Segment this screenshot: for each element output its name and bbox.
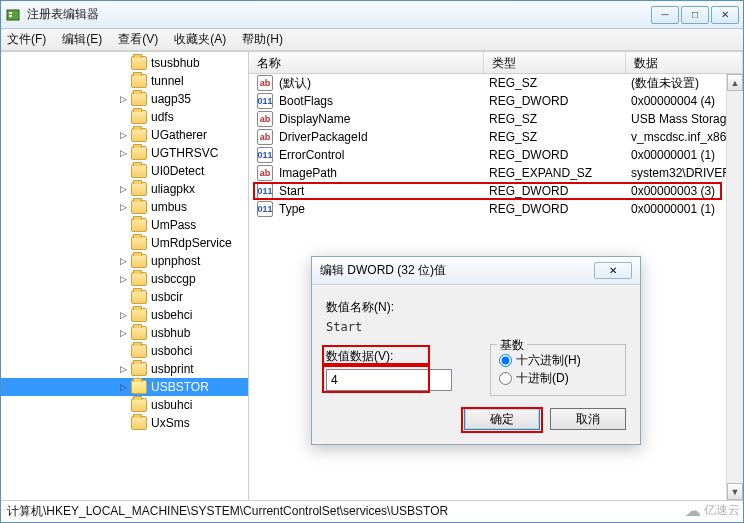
tree-item-usbccgp[interactable]: ▷usbccgp (1, 270, 248, 288)
tree-item-uagp35[interactable]: ▷uagp35 (1, 90, 248, 108)
expand-icon[interactable]: ▷ (117, 147, 129, 159)
tree-item-UGTHRSVC[interactable]: ▷UGTHRSVC (1, 144, 248, 162)
menu-view[interactable]: 查看(V) (118, 31, 158, 48)
folder-icon (131, 128, 147, 142)
dialog-close-button[interactable]: ✕ (594, 262, 632, 279)
expand-icon[interactable]: ▷ (117, 273, 129, 285)
radix-hex-radio[interactable] (499, 354, 512, 367)
tree-item-label: tunnel (151, 74, 184, 88)
expand-icon[interactable]: ▷ (117, 309, 129, 321)
menu-help[interactable]: 帮助(H) (242, 31, 283, 48)
menu-file[interactable]: 文件(F) (7, 31, 46, 48)
dword-value-icon: 011 (257, 183, 273, 199)
tree-item-usbehci[interactable]: ▷usbehci (1, 306, 248, 324)
tree-item-upnphost[interactable]: ▷upnphost (1, 252, 248, 270)
tree-item-label: tsusbhub (151, 56, 200, 70)
expand-icon[interactable]: ▷ (117, 363, 129, 375)
tree-item-usbprint[interactable]: ▷usbprint (1, 360, 248, 378)
tree-item-udfs[interactable]: udfs (1, 108, 248, 126)
tree-item-UxSms[interactable]: UxSms (1, 414, 248, 432)
scroll-up-icon[interactable]: ▲ (727, 74, 743, 91)
status-path: 计算机\HKEY_LOCAL_MACHINE\SYSTEM\CurrentCon… (7, 503, 448, 520)
tree-item-label: udfs (151, 110, 174, 124)
expand-icon (117, 291, 129, 303)
menubar: 文件(F) 编辑(E) 查看(V) 收藏夹(A) 帮助(H) (1, 29, 743, 51)
tree-item-tsusbhub[interactable]: tsusbhub (1, 54, 248, 72)
tree-item-usbohci[interactable]: usbohci (1, 342, 248, 360)
minimize-button[interactable]: ─ (651, 6, 679, 24)
base-legend: 基数 (497, 337, 527, 354)
value-row-BootFlags[interactable]: 011BootFlagsREG_DWORD0x00000004 (4) (249, 92, 743, 110)
value-row-(默认)[interactable]: ab(默认)REG_SZ(数值未设置) (249, 74, 743, 92)
tree-pane[interactable]: tsusbhubtunnel▷uagp35udfs▷UGatherer▷UGTH… (1, 52, 249, 500)
col-header-data[interactable]: 数据 (626, 52, 743, 73)
tree-item-tunnel[interactable]: tunnel (1, 72, 248, 90)
tree-item-label: usbehci (151, 308, 192, 322)
tree-item-usbuhci[interactable]: usbuhci (1, 396, 248, 414)
cell-name: DriverPackageId (279, 130, 489, 144)
menu-favorites[interactable]: 收藏夹(A) (174, 31, 226, 48)
folder-icon (131, 236, 147, 250)
scroll-down-icon[interactable]: ▼ (727, 483, 743, 500)
value-row-DisplayName[interactable]: abDisplayNameREG_SZUSB Mass Storage (249, 110, 743, 128)
radix-dec-radio[interactable] (499, 372, 512, 385)
cell-type: REG_DWORD (489, 184, 631, 198)
expand-icon (117, 345, 129, 357)
tree-item-usbcir[interactable]: usbcir (1, 288, 248, 306)
value-name-label: 数值名称(N): (326, 299, 626, 316)
cell-type: REG_EXPAND_SZ (489, 166, 631, 180)
vertical-scrollbar[interactable]: ▲ ▼ (726, 74, 743, 500)
folder-icon (131, 110, 147, 124)
tree-item-label: USBSTOR (151, 380, 209, 394)
folder-icon (131, 254, 147, 268)
expand-icon[interactable]: ▷ (117, 93, 129, 105)
value-row-DriverPackageId[interactable]: abDriverPackageIdREG_SZv_mscdsc.inf_x86_… (249, 128, 743, 146)
expand-icon[interactable]: ▷ (117, 381, 129, 393)
tree-item-UI0Detect[interactable]: UI0Detect (1, 162, 248, 180)
tree-item-label: UI0Detect (151, 164, 204, 178)
expand-icon[interactable]: ▷ (117, 129, 129, 141)
watermark: ☁ 亿速云 (685, 501, 740, 520)
value-row-Start[interactable]: 011StartREG_DWORD0x00000003 (3) (249, 182, 743, 200)
list-header: 名称 类型 数据 (249, 52, 743, 74)
string-value-icon: ab (257, 165, 273, 181)
window-title: 注册表编辑器 (27, 6, 651, 23)
cell-type: REG_DWORD (489, 202, 631, 216)
tree-item-UmPass[interactable]: UmPass (1, 216, 248, 234)
maximize-button[interactable]: □ (681, 6, 709, 24)
radix-dec-option[interactable]: 十进制(D) (499, 369, 617, 387)
value-row-ErrorControl[interactable]: 011ErrorControlREG_DWORD0x00000001 (1) (249, 146, 743, 164)
svg-rect-0 (7, 10, 19, 20)
dialog-titlebar[interactable]: 编辑 DWORD (32 位)值 ✕ (312, 257, 640, 285)
titlebar[interactable]: 注册表编辑器 ─ □ ✕ (1, 1, 743, 29)
tree-item-usbhub[interactable]: ▷usbhub (1, 324, 248, 342)
cell-name: DisplayName (279, 112, 489, 126)
tree-item-uliagpkx[interactable]: ▷uliagpkx (1, 180, 248, 198)
dword-value-icon: 011 (257, 201, 273, 217)
tree-item-USBSTOR[interactable]: ▷USBSTOR (1, 378, 248, 396)
folder-icon (131, 380, 147, 394)
cell-name: ErrorControl (279, 148, 489, 162)
cell-type: REG_DWORD (489, 94, 631, 108)
tree-item-label: usbuhci (151, 398, 192, 412)
expand-icon[interactable]: ▷ (117, 255, 129, 267)
ok-button[interactable]: 确定 (464, 408, 540, 430)
cancel-button[interactable]: 取消 (550, 408, 626, 430)
tree-item-umbus[interactable]: ▷umbus (1, 198, 248, 216)
close-button[interactable]: ✕ (711, 6, 739, 24)
menu-edit[interactable]: 编辑(E) (62, 31, 102, 48)
col-header-name[interactable]: 名称 (249, 52, 484, 73)
expand-icon[interactable]: ▷ (117, 201, 129, 213)
tree-item-label: UmPass (151, 218, 196, 232)
value-row-ImagePath[interactable]: abImagePathREG_EXPAND_SZsystem32\DRIVERS (249, 164, 743, 182)
value-row-Type[interactable]: 011TypeREG_DWORD0x00000001 (1) (249, 200, 743, 218)
value-data-input[interactable] (326, 369, 452, 391)
expand-icon[interactable]: ▷ (117, 327, 129, 339)
tree-item-label: UGTHRSVC (151, 146, 218, 160)
string-value-icon: ab (257, 111, 273, 127)
cell-name: Type (279, 202, 489, 216)
expand-icon[interactable]: ▷ (117, 183, 129, 195)
col-header-type[interactable]: 类型 (484, 52, 626, 73)
tree-item-UmRdpService[interactable]: UmRdpService (1, 234, 248, 252)
tree-item-UGatherer[interactable]: ▷UGatherer (1, 126, 248, 144)
